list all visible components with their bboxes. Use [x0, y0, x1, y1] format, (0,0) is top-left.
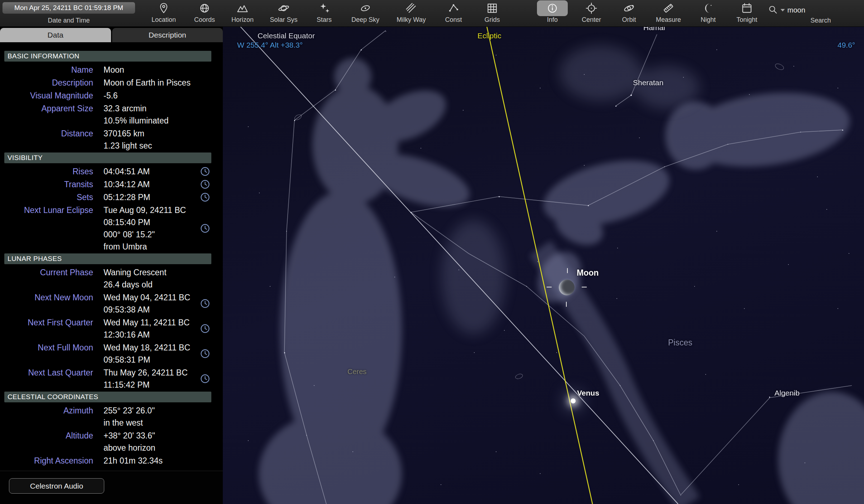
panel-scroll-area[interactable]: BASIC INFORMATION Name Moon Description …	[0, 42, 223, 471]
toolbar-item-coords[interactable]: Coords	[183, 0, 226, 23]
clock-icon[interactable]	[200, 374, 210, 384]
calendar-icon	[740, 2, 753, 15]
field-value: Tue Aug 09, 24211 BC	[104, 204, 186, 216]
search-field[interactable]	[767, 3, 849, 17]
info-row-rises: Rises 04:04:51 AM	[0, 165, 223, 178]
search-input[interactable]	[787, 6, 849, 15]
tab-description[interactable]: Description	[112, 28, 223, 42]
section-header-visibility: VISIBILITY	[4, 152, 211, 163]
datetime-button[interactable]: Mon Apr 25, 24211 BC 01:59:18 PM	[2, 2, 135, 14]
toolbar-item-label: Info	[547, 16, 558, 23]
field-value: 000° 08' 15.2"	[104, 228, 186, 241]
field-value: from Umbra	[104, 241, 186, 253]
info-row-transits: Transits 10:34:12 AM	[0, 178, 223, 190]
moon-object[interactable]	[559, 280, 575, 295]
toolbar: Mon Apr 25, 24211 BC 01:59:18 PM Date an…	[0, 0, 864, 27]
toolbar-item-orbit[interactable]: Orbit	[608, 0, 651, 23]
ruler-icon	[662, 2, 675, 15]
field-value: Thu May 26, 24211 BC	[104, 367, 188, 379]
clock-icon[interactable]	[200, 324, 210, 334]
object-info-panel: Data Description BASIC INFORMATION Name …	[0, 26, 223, 504]
info-row-apparent-size: Apparent Size 32.3 arcmin 10.5% illumina…	[0, 102, 223, 127]
object-label-ceres[interactable]: Ceres	[347, 368, 366, 376]
sky-view[interactable]: W 255.4° Alt +38.3° Celestial Equator Ec…	[223, 26, 864, 504]
info-row-next-last-quarter: Next Last Quarter Thu May 26, 24211 BC 1…	[0, 367, 223, 391]
field-value: Moon of Earth in Pisces	[104, 77, 191, 89]
selection-tick-top	[567, 268, 568, 273]
toolbar-item-deep-sky[interactable]: Deep Sky	[344, 0, 387, 23]
toolbar-item-const[interactable]: Const	[432, 0, 475, 23]
datetime-label: Date and Time	[2, 17, 135, 24]
toolbar-item-label: Orbit	[622, 16, 636, 23]
panel-footer: Celestron Audio	[0, 471, 223, 504]
clock-icon[interactable]	[200, 224, 210, 233]
search-icon	[767, 4, 779, 16]
toolbar-item-center[interactable]: Center	[570, 0, 613, 23]
field-value: 10.5% illuminated	[104, 115, 169, 127]
field-label: Current Phase	[0, 266, 93, 291]
field-value: 255° 23' 26.0"	[104, 404, 155, 417]
toolbar-item-label: Tonight	[736, 16, 757, 23]
tab-data[interactable]: Data	[0, 28, 111, 42]
toolbar-item-solar-sys[interactable]: Solar Sys	[262, 0, 305, 23]
info-row-current-phase: Current Phase Waning Crescent 26.4 days …	[0, 266, 223, 291]
info-row-distance: Distance 370165 km 1.23 light sec	[0, 127, 223, 152]
selection-tick-right	[582, 287, 587, 287]
field-value: 05:12:28 PM	[104, 191, 150, 203]
center-icon	[585, 2, 598, 15]
clock-icon[interactable]	[200, 299, 210, 309]
grid-icon	[486, 2, 499, 15]
field-value: +38° 20' 33.6"	[104, 430, 155, 442]
field-value: -5.6	[104, 89, 118, 102]
field-value: 08:15:40 PM	[104, 216, 186, 228]
toolbar-item-grids[interactable]: Grids	[471, 0, 514, 23]
toolbar-item-stars[interactable]: Stars	[303, 0, 346, 23]
field-value: 09:58:31 PM	[104, 354, 190, 366]
toolbar-item-label: Stars	[317, 16, 332, 23]
field-value: 10:34:12 AM	[104, 178, 150, 190]
star-label-sheratan[interactable]: Sheratan	[633, 78, 663, 87]
celestron-audio-button[interactable]: Celestron Audio	[9, 478, 104, 494]
field-value: 09:53:38 AM	[104, 304, 190, 316]
moon-label[interactable]: Moon	[577, 268, 599, 278]
toolbar-item-label: Solar Sys	[270, 16, 297, 23]
toolbar-item-night[interactable]: Night	[687, 0, 730, 23]
clock-icon[interactable]	[200, 349, 210, 359]
clock-icon[interactable]	[200, 180, 210, 189]
field-value: 21h 01m 32.34s	[104, 455, 163, 467]
constellation-label-pisces: Pisces	[668, 338, 692, 348]
field-label: Visual Magnitude	[0, 89, 93, 102]
clock-icon[interactable]	[200, 167, 210, 176]
star-label-hamal[interactable]: Hamal	[643, 26, 665, 32]
field-value: 11:15:42 PM	[104, 379, 188, 391]
info-row-next-first-quarter: Next First Quarter Wed May 11, 24211 BC …	[0, 316, 223, 341]
saturn-icon	[277, 2, 290, 15]
map-pin-icon	[157, 2, 170, 15]
clock-icon[interactable]	[200, 193, 210, 202]
star-label-algenib[interactable]: Algenib	[774, 389, 800, 397]
galaxy-icon	[359, 2, 372, 15]
fov-readout: 49.6°	[837, 41, 855, 49]
field-label: Name	[0, 64, 93, 76]
toolbar-item-horizon[interactable]: Horizon	[221, 0, 264, 23]
toolbar-item-measure[interactable]: Measure	[647, 0, 690, 23]
toolbar-item-label: Horizon	[231, 16, 254, 23]
field-label: Next First Quarter	[0, 316, 93, 341]
milky-way-icon	[405, 2, 418, 15]
venus-label[interactable]: Venus	[577, 389, 599, 397]
toolbar-item-label: Center	[582, 16, 601, 23]
toolbar-item-location[interactable]: Location	[142, 0, 185, 23]
search-label: Search	[799, 17, 843, 24]
toolbar-item-tonight[interactable]: Tonight	[725, 0, 768, 23]
field-label: Description	[0, 77, 93, 89]
field-label: Transits	[0, 178, 93, 190]
field-value: Wed May 11, 24211 BC	[104, 316, 189, 329]
field-value: 26.4 days old	[104, 278, 167, 291]
venus-object[interactable]	[571, 398, 576, 403]
toolbar-item-milky-way[interactable]: Milky Way	[390, 0, 433, 23]
search-scope-chevron-icon[interactable]	[781, 9, 785, 11]
toolbar-item-info[interactable]: Info	[531, 0, 574, 23]
info-row-sets: Sets 05:12:28 PM	[0, 191, 223, 203]
info-row-next-lunar-eclipse: Next Lunar Eclipse Tue Aug 09, 24211 BC …	[0, 204, 223, 253]
info-row-right-ascension: Right Ascension 21h 01m 32.34s	[0, 455, 223, 467]
